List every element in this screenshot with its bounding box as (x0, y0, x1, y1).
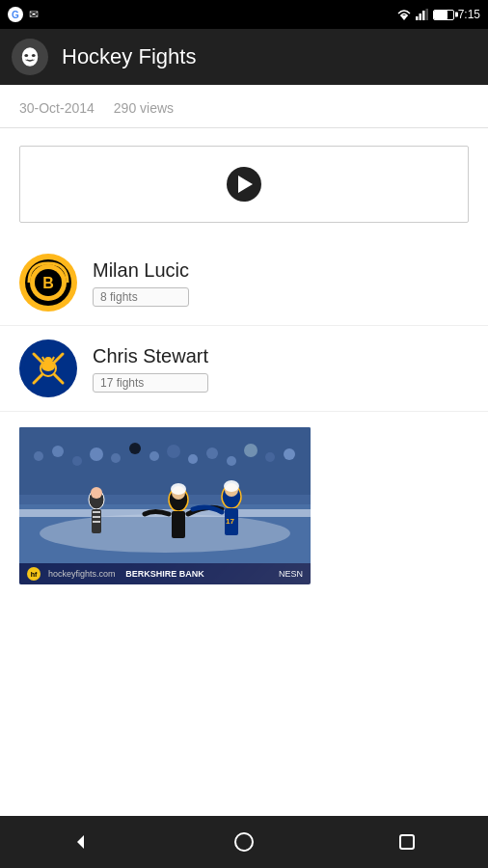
app-bar: Hockey Fights (0, 29, 488, 85)
svg-point-33 (227, 456, 236, 466)
fights-badge-milan: 8 fights (93, 287, 189, 307)
svg-point-17 (44, 357, 52, 365)
app-title: Hockey Fights (62, 44, 196, 69)
svg-point-30 (167, 445, 180, 458)
home-icon (233, 831, 255, 853)
fighter-info-chris: Chris Stewart 17 fights (93, 345, 208, 393)
wifi-icon (396, 9, 412, 20)
svg-point-42 (91, 487, 102, 499)
thumbnail-url: hockeyfights.com (48, 569, 116, 579)
svg-rect-4 (425, 9, 428, 20)
svg-point-24 (52, 446, 64, 457)
svg-rect-44 (172, 511, 185, 538)
recents-button[interactable] (388, 823, 426, 861)
thumbnail-network: NESN (279, 569, 303, 579)
battery-icon (433, 10, 454, 20)
svg-rect-3 (422, 11, 425, 20)
svg-point-23 (34, 451, 43, 461)
fight-thumbnail[interactable]: 17 hf hockeyfights.com BERKSHIRE BANK NE… (19, 427, 469, 584)
fighter-name-chris: Chris Stewart (93, 345, 208, 367)
hf-logo-small: hf (27, 567, 41, 581)
status-bar-right: 7:15 (396, 8, 480, 21)
fighter-name-milan: Milan Lucic (93, 259, 189, 282)
recents-icon (396, 831, 418, 853)
google-icon: G (8, 7, 23, 22)
main-content: 30-Oct-2014 290 views B Milan Lucic 8 fi… (0, 85, 488, 816)
svg-point-31 (188, 454, 198, 464)
svg-point-26 (90, 448, 103, 461)
fights-badge-chris: 17 fights (93, 373, 208, 393)
status-time: 7:15 (458, 8, 480, 21)
play-triangle-icon (238, 176, 253, 193)
svg-text:B: B (42, 275, 54, 291)
play-button[interactable] (227, 167, 261, 202)
svg-marker-53 (77, 835, 84, 849)
svg-point-29 (149, 451, 159, 461)
fighter-info-milan: Milan Lucic 8 fights (93, 259, 189, 307)
svg-point-51 (171, 483, 186, 495)
svg-point-52 (224, 480, 239, 492)
status-bar-left: G ✉ (8, 7, 39, 22)
svg-rect-1 (416, 16, 419, 20)
gmail-icon: ✉ (29, 8, 39, 21)
fight-date: 30-Oct-2014 (19, 100, 95, 116)
svg-rect-55 (400, 835, 414, 849)
fight-scene-svg: 17 (19, 427, 311, 563)
svg-point-6 (24, 54, 28, 57)
svg-text:17: 17 (226, 517, 234, 526)
bruins-logo: B (19, 254, 77, 312)
thumbnail-bank-text: BERKSHIRE BANK (125, 569, 204, 579)
svg-point-54 (235, 833, 253, 851)
back-button[interactable] (62, 823, 100, 861)
fight-views: 290 views (114, 100, 174, 116)
svg-point-34 (244, 444, 258, 457)
bottom-nav (0, 816, 488, 868)
svg-point-5 (22, 47, 39, 67)
back-icon (70, 831, 92, 853)
meta-row: 30-Oct-2014 290 views (0, 85, 488, 128)
svg-rect-22 (19, 427, 311, 504)
svg-point-27 (111, 453, 121, 463)
fighter-row-chris: Chris Stewart 17 fights (0, 326, 488, 412)
app-icon (12, 39, 48, 75)
svg-point-32 (206, 448, 218, 459)
svg-rect-2 (419, 14, 421, 20)
svg-point-28 (129, 443, 141, 454)
hockey-mask-icon (18, 45, 41, 68)
svg-point-36 (284, 448, 295, 460)
thumbnail-image: 17 hf hockeyfights.com BERKSHIRE BANK NE… (19, 427, 311, 584)
video-player[interactable] (19, 146, 469, 223)
sabres-logo (19, 339, 77, 397)
svg-point-35 (265, 452, 275, 462)
svg-point-7 (32, 54, 36, 57)
thumbnail-bottom-bar: hf hockeyfights.com BERKSHIRE BANK NESN (19, 563, 311, 584)
home-button[interactable] (225, 823, 263, 861)
fighter-row-milan: B Milan Lucic 8 fights (0, 240, 488, 326)
status-bar: G ✉ 7:15 (0, 0, 488, 29)
svg-point-25 (72, 456, 82, 466)
signal-icon (416, 9, 429, 20)
svg-point-19 (40, 514, 290, 553)
